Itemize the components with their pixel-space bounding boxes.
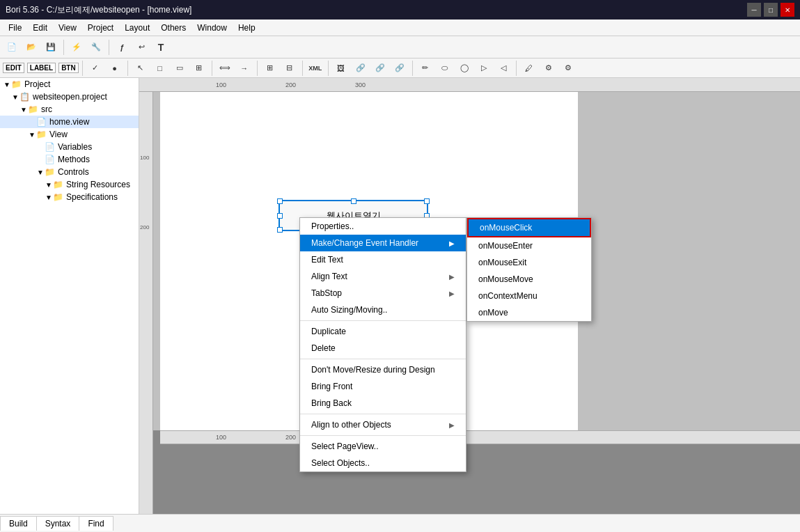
design-canvas-area[interactable]: 100 200 300 100 200 bbox=[139, 78, 800, 514]
handle-tl[interactable] bbox=[277, 198, 283, 204]
tree-view-label: View bbox=[49, 130, 68, 139]
ctx-dont-move[interactable]: Don't Move/Resize during Design bbox=[300, 361, 466, 378]
tab-button[interactable]: ⊞ bbox=[190, 59, 208, 77]
pen-button[interactable]: 🖊 bbox=[520, 59, 538, 77]
handle-tr[interactable] bbox=[424, 198, 430, 204]
open-button[interactable]: 📂 bbox=[22, 38, 40, 56]
src-icon: 📁 bbox=[28, 104, 38, 114]
ctx-arrow-tabstop: ▶ bbox=[449, 290, 455, 297]
tab-build[interactable]: Build bbox=[0, 516, 37, 531]
close-button[interactable]: ✕ bbox=[781, 3, 794, 17]
rect2-button[interactable]: ▭ bbox=[171, 59, 189, 77]
tab-find[interactable]: Find bbox=[79, 516, 113, 531]
back-button[interactable]: ◁ bbox=[494, 59, 512, 77]
play-button[interactable]: ▷ bbox=[475, 59, 493, 77]
menu-view[interactable]: View bbox=[53, 22, 82, 34]
ctx-select-pageview[interactable]: Select PageView.. bbox=[300, 438, 466, 455]
ctx-properties[interactable]: Properties.. bbox=[300, 218, 466, 235]
link2-button[interactable]: 🔗 bbox=[371, 59, 389, 77]
sub-on-move[interactable]: onMove bbox=[467, 304, 591, 321]
arrow-lr-button[interactable]: ⟺ bbox=[216, 59, 234, 77]
tree-variables[interactable]: 📄 Variables bbox=[0, 141, 139, 153]
text-button[interactable]: T bbox=[152, 38, 170, 56]
ctx-align-text-label: Align Text bbox=[311, 272, 347, 281]
ctx-select-objects[interactable]: Select Objects.. bbox=[300, 455, 466, 471]
tree-controls[interactable]: ▼ 📁 Controls bbox=[0, 166, 139, 178]
ctx-tabstop-label: TabStop bbox=[311, 288, 342, 298]
ctx-bring-front[interactable]: Bring Front bbox=[300, 378, 466, 395]
gear2-button[interactable]: ⚙ bbox=[559, 59, 577, 77]
sub-on-mouse-click[interactable]: onMouseClick bbox=[467, 218, 591, 237]
tree-string-resources[interactable]: ▼ 📁 String Resources bbox=[0, 178, 139, 191]
tree-methods-label: Methods bbox=[58, 155, 90, 164]
ruler-left: 100 200 bbox=[139, 92, 153, 514]
ctx-align-objects-label: Align to other Objects bbox=[311, 420, 391, 430]
ctx-bring-back[interactable]: Bring Back bbox=[300, 395, 466, 412]
sub-on-mouse-move[interactable]: onMouseMove bbox=[467, 271, 591, 288]
tree-websiteopen[interactable]: ▼ 📋 websiteopen.project bbox=[0, 91, 139, 103]
table-button[interactable]: ⊞ bbox=[261, 59, 279, 77]
menu-others[interactable]: Others bbox=[155, 22, 191, 34]
tree-methods[interactable]: 📄 Methods bbox=[0, 153, 139, 166]
bottom-mark-200: 200 bbox=[285, 434, 296, 441]
ctx-bring-back-label: Bring Back bbox=[311, 398, 352, 408]
menu-window[interactable]: Window bbox=[191, 22, 233, 34]
sep-m8 bbox=[516, 61, 517, 76]
handle-bl[interactable] bbox=[277, 227, 283, 233]
shape-button[interactable]: ◯ bbox=[455, 59, 473, 77]
ctx-duplicate[interactable]: Duplicate bbox=[300, 323, 466, 340]
function-button[interactable]: ƒ bbox=[113, 38, 131, 56]
check-button[interactable]: ✓ bbox=[86, 59, 104, 77]
minimize-button[interactable]: ─ bbox=[747, 3, 761, 17]
img-button[interactable]: 🖼 bbox=[332, 59, 350, 77]
cursor-button[interactable]: ↖ bbox=[132, 59, 150, 77]
xml-button[interactable]: XML bbox=[306, 59, 324, 77]
gear-button[interactable]: ⚙ bbox=[540, 59, 558, 77]
tree-view[interactable]: ▼ 📁 View bbox=[0, 128, 139, 141]
menu-edit[interactable]: Edit bbox=[27, 22, 53, 34]
ctx-make-event-handler[interactable]: Make/Change Event Handler ▶ bbox=[300, 235, 466, 251]
pencil-button[interactable]: ✏ bbox=[416, 59, 434, 77]
expand-specifications: ▼ bbox=[45, 194, 53, 201]
maximize-button[interactable]: □ bbox=[764, 3, 778, 17]
ctx-delete[interactable]: Delete bbox=[300, 340, 466, 357]
tree-src[interactable]: ▼ 📁 src bbox=[0, 103, 139, 116]
sub-on-mouse-enter[interactable]: onMouseEnter bbox=[467, 237, 591, 254]
ctx-align-text[interactable]: Align Text ▶ bbox=[300, 268, 466, 285]
dot-button[interactable]: ● bbox=[106, 59, 124, 77]
menu-layout[interactable]: Layout bbox=[119, 22, 155, 34]
sub-on-context-menu[interactable]: onContextMenu bbox=[467, 288, 591, 304]
arrow-r-button[interactable]: → bbox=[235, 59, 253, 77]
edit-label: EDIT bbox=[3, 63, 24, 73]
menu-help[interactable]: Help bbox=[233, 22, 261, 34]
tree-specifications[interactable]: ▼ 📁 Specifications bbox=[0, 191, 139, 203]
grid-button[interactable]: ⊟ bbox=[281, 59, 299, 77]
sub-on-mouse-exit[interactable]: onMouseExit bbox=[467, 254, 591, 271]
new-button[interactable]: 📄 bbox=[3, 38, 21, 56]
tree-homeview[interactable]: 📄 home.view bbox=[0, 116, 139, 128]
undo-button[interactable]: ↩ bbox=[132, 38, 150, 56]
rect-button[interactable]: □ bbox=[151, 59, 169, 77]
link3-button[interactable]: 🔗 bbox=[391, 59, 409, 77]
handle-tm[interactable] bbox=[351, 198, 356, 204]
sub-on-mouse-enter-label: onMouseEnter bbox=[478, 241, 533, 251]
ctx-edit-text-label: Edit Text bbox=[311, 255, 343, 265]
ctx-auto-sizing[interactable]: Auto Sizing/Moving.. bbox=[300, 302, 466, 318]
tree-project[interactable]: ▼ 📁 Project bbox=[0, 78, 139, 91]
tree-string-resources-label: String Resources bbox=[66, 180, 130, 189]
save-button[interactable]: 💾 bbox=[42, 38, 60, 56]
debug-button[interactable]: 🔧 bbox=[87, 38, 105, 56]
menu-bar: File Edit View Project Layout Others Win… bbox=[0, 19, 800, 36]
ellipse-button[interactable]: ⬭ bbox=[436, 59, 454, 77]
menu-project[interactable]: Project bbox=[82, 22, 119, 34]
ctx-tabstop[interactable]: TabStop ▶ bbox=[300, 285, 466, 302]
tab-syntax[interactable]: Syntax bbox=[37, 516, 80, 531]
tree-variables-label: Variables bbox=[58, 142, 92, 152]
ctx-edit-text[interactable]: Edit Text bbox=[300, 251, 466, 268]
sep-m4 bbox=[257, 61, 258, 76]
run-button[interactable]: ⚡ bbox=[68, 38, 86, 56]
link-button[interactable]: 🔗 bbox=[352, 59, 370, 77]
ctx-align-objects[interactable]: Align to other Objects ▶ bbox=[300, 416, 466, 433]
menu-file[interactable]: File bbox=[3, 22, 27, 34]
handle-ml[interactable] bbox=[277, 213, 283, 219]
